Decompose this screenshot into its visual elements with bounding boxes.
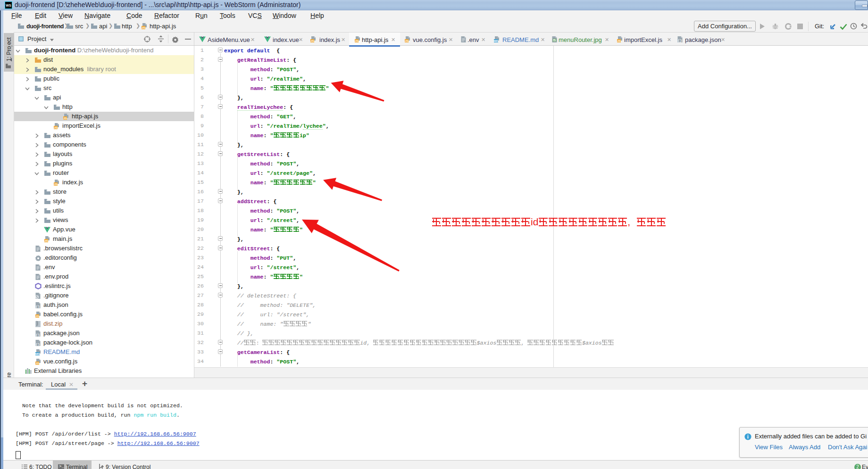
- svg-text:JS: JS: [44, 239, 48, 242]
- svg-text:JS: JS: [35, 315, 39, 318]
- svg-text:JS: JS: [54, 126, 57, 129]
- svg-text:{}: {}: [35, 342, 40, 346]
- svg-text:JS: JS: [54, 183, 57, 186]
- svg-text:{}: {}: [677, 38, 682, 42]
- svg-text:JS: JS: [63, 117, 67, 120]
- svg-text:JS: JS: [617, 40, 620, 42]
- svg-text:JS: JS: [142, 26, 145, 29]
- svg-text:MD: MD: [494, 40, 499, 42]
- svg-text:JS: JS: [355, 40, 358, 42]
- svg-text:{}: {}: [35, 333, 40, 337]
- svg-text:JS: JS: [310, 40, 314, 42]
- svg-text:JS: JS: [35, 362, 39, 365]
- svg-text:JS: JS: [405, 40, 408, 42]
- svg-text:MD: MD: [35, 353, 40, 355]
- svg-text:{}: {}: [35, 304, 40, 309]
